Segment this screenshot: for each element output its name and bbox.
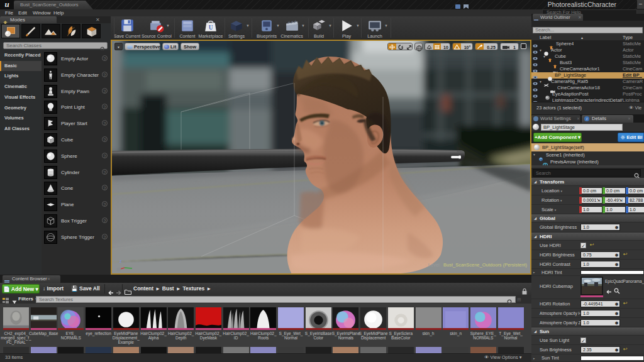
svg-text:10: 10 bbox=[443, 45, 448, 50]
svg-text:10°: 10° bbox=[464, 45, 471, 50]
svg-text:0.25: 0.25 bbox=[487, 45, 496, 50]
svg-text:z: z bbox=[119, 259, 122, 263]
svg-text:U: U bbox=[209, 25, 213, 31]
svg-text:1: 1 bbox=[513, 45, 516, 50]
